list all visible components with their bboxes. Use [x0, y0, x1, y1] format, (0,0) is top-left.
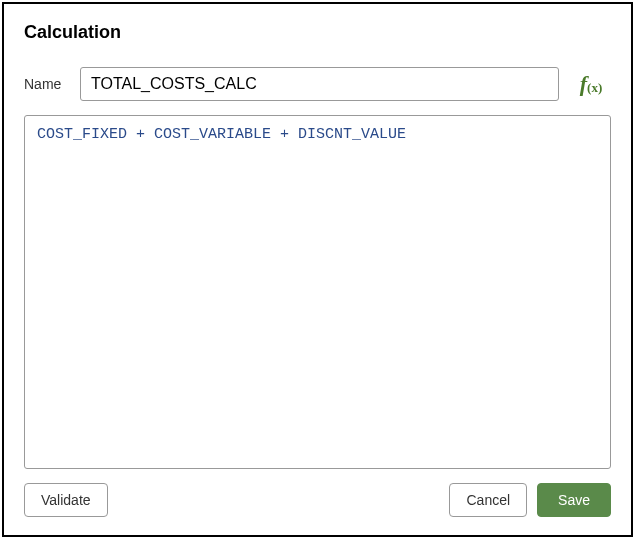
button-row: Validate Cancel Save — [24, 483, 611, 517]
validate-button[interactable]: Validate — [24, 483, 108, 517]
name-input[interactable] — [80, 67, 559, 101]
save-button[interactable]: Save — [537, 483, 611, 517]
name-label: Name — [24, 76, 68, 92]
cancel-button[interactable]: Cancel — [449, 483, 527, 517]
calculation-dialog: Calculation Name f(x) Validate Cancel Sa… — [2, 2, 633, 537]
name-row: Name f(x) — [24, 67, 611, 101]
formula-textarea[interactable] — [24, 115, 611, 469]
function-icon: f(x) — [580, 73, 603, 95]
dialog-title: Calculation — [24, 22, 611, 43]
fx-button[interactable]: f(x) — [571, 67, 611, 101]
